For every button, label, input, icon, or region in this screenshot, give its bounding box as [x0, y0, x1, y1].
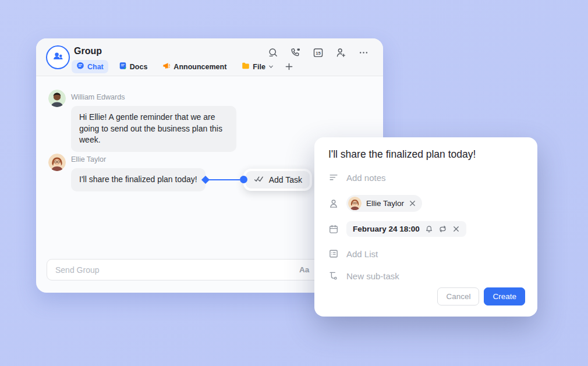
tab-chat-label: Chat — [87, 63, 104, 71]
modal-footer: Cancel Create — [437, 287, 525, 305]
assignee-chip[interactable]: Ellie Taylor — [346, 195, 422, 212]
add-task-button[interactable]: Add Task — [243, 169, 312, 191]
search-icon[interactable] — [267, 47, 278, 58]
connector-line — [208, 179, 240, 180]
megaphone-icon — [162, 62, 171, 72]
cancel-button[interactable]: Cancel — [437, 287, 479, 305]
tab-announcement-label: Announcement — [173, 63, 226, 71]
chevron-down-icon — [268, 63, 274, 71]
due-date-chip[interactable]: February 24 18:00 — [346, 221, 466, 237]
assignee-name: Ellie Taylor — [366, 199, 404, 208]
calendar-outline-icon — [328, 224, 339, 234]
connector-dot — [240, 176, 247, 183]
message-row: I'll share the finalized plan today! Add… — [71, 168, 312, 191]
chat-tabs: Chat Docs — [72, 60, 293, 73]
subtask-placeholder[interactable]: New sub-task — [346, 271, 399, 281]
create-task-modal: I'll share the finalized plan today! Add… — [314, 137, 537, 317]
person-icon — [328, 198, 339, 209]
message-bubble: I'll share the finalized plan today! — [71, 168, 206, 191]
tab-file[interactable]: File — [237, 60, 278, 73]
subtask-icon — [328, 271, 339, 281]
create-button[interactable]: Create — [484, 287, 525, 305]
header-actions: 15 — [267, 47, 369, 58]
tab-docs[interactable]: Docs — [114, 60, 153, 73]
remove-due-icon[interactable] — [452, 225, 460, 233]
folder-icon — [242, 62, 250, 72]
task-assignee-row: Ellie Taylor — [328, 195, 422, 212]
avatar-ellie-small — [348, 197, 362, 210]
task-due-row: February 24 18:00 — [328, 221, 466, 237]
message-author: Ellie Taylor — [71, 155, 106, 164]
bell-icon[interactable] — [425, 225, 433, 233]
task-subtask-row[interactable]: New sub-task — [328, 271, 399, 281]
call-icon[interactable] — [290, 47, 301, 58]
double-check-icon — [253, 175, 264, 184]
tab-file-label: File — [253, 63, 265, 71]
tab-chat[interactable]: Chat — [72, 60, 108, 73]
avatar-ellie[interactable] — [48, 154, 66, 171]
group-avatar[interactable] — [46, 45, 70, 69]
docs-icon — [119, 62, 127, 72]
repeat-icon[interactable] — [438, 225, 447, 233]
chat-title: Group — [74, 46, 102, 56]
avatar-william[interactable] — [48, 90, 66, 107]
add-task-label: Add Task — [269, 175, 302, 184]
add-tab-button[interactable] — [285, 63, 293, 70]
list-icon — [328, 248, 339, 259]
group-people-icon — [51, 49, 65, 65]
add-member-icon[interactable] — [335, 47, 346, 58]
message-author: William Edwards — [71, 93, 125, 101]
notes-placeholder[interactable]: Add notes — [346, 173, 386, 183]
chat-header: Group Chat — [36, 38, 383, 76]
task-notes-row[interactable]: Add notes — [328, 172, 386, 183]
notes-icon — [328, 172, 339, 183]
more-icon[interactable] — [358, 47, 369, 58]
due-date-text: February 24 18:00 — [353, 225, 420, 233]
task-title[interactable]: I'll share the finalized plan today! — [328, 148, 476, 161]
remove-assignee-icon[interactable] — [409, 200, 416, 207]
task-list-row[interactable]: Add List — [328, 248, 378, 259]
tab-docs-label: Docs — [130, 63, 148, 71]
tab-announcement[interactable]: Announcement — [158, 60, 231, 73]
svg-text:15: 15 — [316, 51, 321, 56]
message-input[interactable] — [55, 265, 299, 275]
text-format-icon[interactable]: Aa — [299, 265, 309, 274]
calendar-icon[interactable]: 15 — [313, 47, 324, 58]
list-placeholder[interactable]: Add List — [346, 249, 378, 259]
message-bubble: Hi Ellie! A gentle reminder that we are … — [71, 106, 236, 152]
chat-bubble-icon — [76, 62, 84, 72]
